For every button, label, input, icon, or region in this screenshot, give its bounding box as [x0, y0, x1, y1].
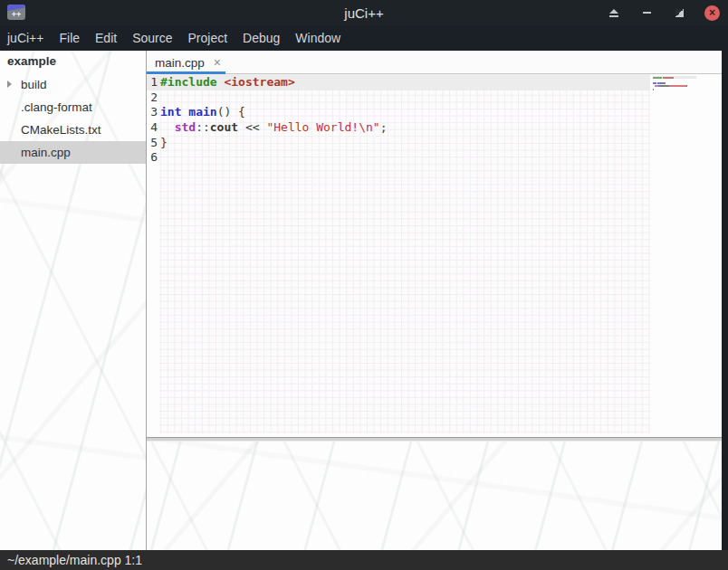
code-line-5[interactable]: 5} [147, 136, 387, 151]
code-line-4[interactable]: 4 std::cout << "Hello World!\n"; [147, 120, 387, 136]
tree-item-cmakelists-txt[interactable]: CMakeLists.txt [0, 119, 146, 141]
code-line-6[interactable]: 6 [147, 150, 387, 166]
tree-item-label: CMakeLists.txt [21, 123, 101, 137]
code-text[interactable]: 1#include <iostream>23int main() {4 std:… [147, 75, 387, 166]
minimap-row [653, 85, 696, 87]
minimap-row [653, 82, 696, 84]
menu-item-project[interactable]: Project [188, 31, 228, 45]
project-root-label: example [7, 54, 56, 68]
content-area: example build.clang-formatCMakeLists.txt… [0, 51, 728, 550]
menubar: juCi++FileEditSourceProjectDebugWindow [0, 25, 728, 51]
bottom-panel [147, 442, 728, 550]
token-emph: cout [210, 120, 238, 134]
app-icon: ++ [7, 5, 25, 20]
line-content: int main() { [160, 105, 245, 120]
token-plain [160, 120, 175, 134]
token-plain: } [160, 136, 168, 149]
line-number: 3 [147, 105, 158, 120]
minimize-icon[interactable] [639, 5, 654, 20]
token-kw: int [160, 105, 181, 119]
menu-item-source[interactable]: Source [132, 31, 172, 45]
tree-item-label: main.cpp [21, 146, 71, 159]
line-number: 2 [147, 90, 158, 106]
close-icon[interactable]: × [704, 5, 720, 21]
token-str: "Hello World!\n" [266, 120, 379, 134]
minimap-segment [663, 77, 674, 79]
tree-item-label: .clang-format [21, 100, 92, 114]
line-number: 6 [147, 150, 158, 166]
window-title: juCi++ [344, 5, 383, 21]
restore-icon[interactable] [672, 5, 686, 20]
menu-item-juci[interactable]: juCi++ [7, 31, 43, 45]
token-plain: :: [196, 120, 210, 134]
minimap-segment [669, 85, 686, 87]
token-plain: ; [380, 120, 388, 134]
file-tree: build.clang-formatCMakeLists.txtmain.cpp [0, 73, 146, 164]
token-plain: << [238, 120, 266, 134]
statusbar: ~/example/main.cpp 1:1 [0, 550, 728, 570]
token-header: <iostream> [224, 75, 294, 89]
menu-item-file[interactable]: File [59, 31, 80, 45]
status-file-position: ~/example/main.cpp 1:1 [7, 553, 142, 567]
minimap-segment [662, 82, 666, 84]
line-number: 4 [147, 120, 158, 136]
line-content: #include <iostream> [160, 75, 295, 90]
code-editor[interactable]: 1#include <iostream>23int main() {4 std:… [147, 74, 728, 437]
editor-pane: main.cpp × 1#include <iostream>23int mai… [147, 51, 728, 550]
code-line-1[interactable]: 1#include <iostream> [147, 75, 387, 90]
menu-item-debug[interactable]: Debug [243, 31, 280, 45]
line-content: } [160, 136, 168, 151]
token-fn: main [188, 105, 216, 119]
tree-item-build[interactable]: build [0, 73, 146, 96]
app-icon-plusplus: ++ [7, 10, 25, 20]
tree-item--clang-format[interactable]: .clang-format [0, 96, 146, 119]
token-plain: () { [217, 105, 245, 119]
line-content: std::cout << "Hello World!\n"; [160, 120, 387, 136]
menu-item-window[interactable]: Window [295, 31, 340, 45]
vertical-scrollbar[interactable] [722, 51, 728, 550]
code-line-3[interactable]: 3int main() { [147, 105, 387, 120]
token-preproc: #include [160, 75, 217, 89]
line-number: 1 [147, 75, 158, 90]
tab-close-icon[interactable]: × [214, 56, 221, 69]
code-line-2[interactable]: 2 [147, 90, 387, 106]
menu-item-edit[interactable]: Edit [95, 31, 117, 45]
window-controls: × [607, 0, 720, 25]
tree-item-label: build [21, 78, 47, 91]
file-tree-sidebar: example build.clang-formatCMakeLists.txt… [0, 51, 147, 550]
minimap-segment [653, 89, 654, 90]
token-ns: std [175, 120, 196, 134]
tree-item-main-cpp[interactable]: main.cpp [0, 141, 146, 164]
minimap[interactable] [653, 76, 696, 94]
minimap-segment [686, 85, 687, 87]
expander-icon[interactable] [7, 81, 12, 88]
titlebar: ++ juCi++ × [0, 0, 728, 25]
minimap-row [653, 91, 696, 93]
eject-icon[interactable] [607, 5, 621, 20]
tab-label: main.cpp [155, 56, 205, 70]
line-number: 5 [147, 136, 158, 151]
minimap-row [653, 89, 696, 90]
tabbar: main.cpp × [147, 51, 728, 74]
minimap-row [653, 79, 696, 81]
minimap-segment [653, 77, 662, 79]
